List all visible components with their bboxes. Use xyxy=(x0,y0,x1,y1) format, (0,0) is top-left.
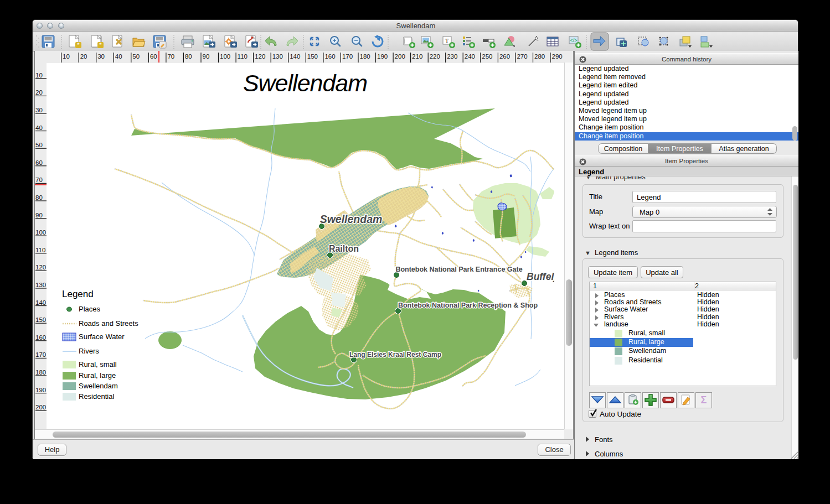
svg-text:Rural, small: Rural, small xyxy=(79,360,117,368)
svg-text:130: 130 xyxy=(272,53,283,60)
svg-text:Surface Water: Surface Water xyxy=(79,332,125,341)
svg-text:140: 140 xyxy=(290,53,300,60)
svg-text:260: 260 xyxy=(499,53,510,60)
svg-text:Swellendam: Swellendam xyxy=(79,382,118,390)
svg-text:270: 270 xyxy=(517,53,527,60)
svg-text:Lang Elsies Kraal Rest Camp: Lang Elsies Kraal Rest Camp xyxy=(349,351,441,358)
svg-text:180: 180 xyxy=(35,369,46,376)
svg-text:50: 50 xyxy=(132,53,140,60)
svg-text:100: 100 xyxy=(35,229,46,236)
svg-text:Swellendam: Swellendam xyxy=(243,70,367,96)
svg-text:10: 10 xyxy=(63,53,70,60)
svg-text:190: 190 xyxy=(35,387,46,393)
svg-text:10: 10 xyxy=(35,72,43,79)
svg-text:Railton: Railton xyxy=(329,244,359,253)
svg-text:210: 210 xyxy=(412,53,422,60)
svg-text:200: 200 xyxy=(35,404,46,411)
svg-text:280: 280 xyxy=(534,53,545,60)
svg-text:Places: Places xyxy=(79,305,101,313)
svg-text:Bontebok National Park Entranc: Bontebok National Park Entrance Gate xyxy=(395,266,522,273)
svg-text:100: 100 xyxy=(220,53,230,60)
svg-text:170: 170 xyxy=(35,351,46,358)
svg-text:Roads and Streets: Roads and Streets xyxy=(79,319,138,328)
svg-text:Bontebok National Park Recepti: Bontebok National Park Reception & Shop xyxy=(398,302,538,309)
svg-text:170: 170 xyxy=(342,53,353,60)
svg-text:110: 110 xyxy=(238,53,248,60)
svg-text:290: 290 xyxy=(552,53,563,60)
svg-text:160: 160 xyxy=(35,334,46,341)
svg-text:140: 140 xyxy=(35,299,46,306)
svg-text:80: 80 xyxy=(185,53,192,60)
svg-text:Swellendam: Swellendam xyxy=(320,213,383,225)
svg-text:Rural, large: Rural, large xyxy=(79,371,116,380)
svg-text:250: 250 xyxy=(482,53,492,60)
svg-text:40: 40 xyxy=(35,124,43,131)
svg-text:240: 240 xyxy=(465,53,475,60)
svg-text:70: 70 xyxy=(167,53,174,60)
svg-text:200: 200 xyxy=(395,53,405,60)
svg-text:</>: </> xyxy=(570,38,577,43)
svg-text:190: 190 xyxy=(377,53,388,60)
svg-text:20: 20 xyxy=(80,53,87,60)
svg-text:160: 160 xyxy=(324,53,335,60)
svg-text:30: 30 xyxy=(97,53,105,60)
svg-text:80: 80 xyxy=(35,194,43,201)
svg-text:150: 150 xyxy=(307,53,318,60)
svg-text:*: * xyxy=(99,41,102,48)
svg-text:180: 180 xyxy=(360,53,370,60)
svg-text:Legend: Legend xyxy=(62,289,94,299)
svg-text:40: 40 xyxy=(115,53,122,60)
svg-text:Buffeljachts: Buffeljachts xyxy=(527,271,564,282)
svg-text:110: 110 xyxy=(35,247,45,253)
svg-text:Rivers: Rivers xyxy=(79,347,99,355)
svg-text:70: 70 xyxy=(35,176,43,183)
svg-text:150: 150 xyxy=(35,316,46,323)
svg-text:90: 90 xyxy=(35,212,43,219)
svg-text:60: 60 xyxy=(150,53,157,60)
svg-text:Σ: Σ xyxy=(701,394,707,406)
svg-text:30: 30 xyxy=(35,107,43,113)
svg-text:T: T xyxy=(445,37,449,44)
svg-text:120: 120 xyxy=(35,264,46,271)
svg-text:20: 20 xyxy=(35,89,43,96)
svg-text:Residential: Residential xyxy=(79,392,114,401)
svg-text:60: 60 xyxy=(35,159,43,166)
svg-text:90: 90 xyxy=(203,53,210,60)
svg-text:*: * xyxy=(77,41,80,48)
svg-text:220: 220 xyxy=(430,53,440,60)
svg-text:50: 50 xyxy=(35,142,43,148)
svg-text:120: 120 xyxy=(255,53,265,60)
svg-text:130: 130 xyxy=(35,282,46,288)
svg-text:230: 230 xyxy=(447,53,457,60)
